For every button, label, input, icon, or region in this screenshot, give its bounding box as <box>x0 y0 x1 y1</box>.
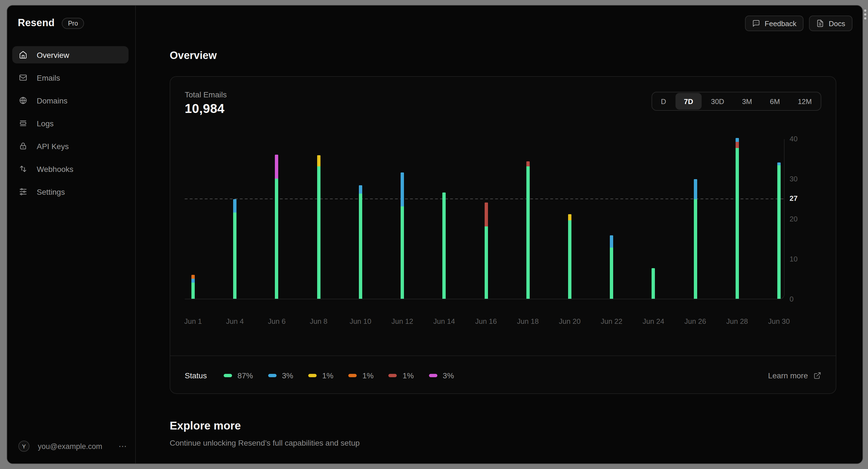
x-axis-label: Jun 4 <box>217 317 253 325</box>
sidebar-nav: OverviewEmailsDomainsLogsAPI KeysWebhook… <box>12 46 128 206</box>
bar-jun-6[interactable] <box>275 155 278 299</box>
x-axis-label: Jun 22 <box>594 317 629 325</box>
bar-segment-blue <box>359 186 362 194</box>
sidebar-item-label: Emails <box>37 73 60 82</box>
legend-percent: 87% <box>237 371 253 380</box>
learn-more-link[interactable]: Learn more <box>768 371 821 380</box>
bar-segment-green <box>484 227 488 299</box>
bar-segment-green <box>693 199 697 299</box>
sidebar-item-api-keys[interactable]: API Keys <box>12 137 128 155</box>
user-menu-ellipsis-icon[interactable]: ⋯ <box>119 441 127 451</box>
x-axis-label: Jun 26 <box>677 317 713 325</box>
range-option-3m[interactable]: 3M <box>733 92 761 110</box>
legend-percent: 3% <box>282 371 293 380</box>
bar-segment-green <box>233 213 237 299</box>
legend-percent: 3% <box>443 371 454 380</box>
x-axis-label: Jun 18 <box>510 317 546 325</box>
x-axis-label: Jun 6 <box>259 317 294 325</box>
bar-jun-12[interactable] <box>401 173 404 299</box>
bar-jun-24[interactable] <box>652 269 655 299</box>
sliders-icon <box>19 187 27 196</box>
legend-percent: 1% <box>362 371 373 380</box>
x-axis-label: Jun 16 <box>468 317 504 325</box>
bar-segment-green <box>401 207 404 299</box>
sidebar-item-emails[interactable]: Emails <box>12 69 128 86</box>
bar-segment-green <box>777 165 781 299</box>
bar-jun-28[interactable] <box>736 138 739 299</box>
bar-jun-26[interactable] <box>693 179 697 299</box>
legend-item-orange: 1% <box>348 371 373 380</box>
bar-jun-16[interactable] <box>484 202 488 299</box>
sidebar-item-overview[interactable]: Overview <box>12 46 128 63</box>
bar-segment-blue <box>191 279 195 283</box>
sidebar-item-logs[interactable]: Logs <box>12 115 128 132</box>
metric-value: 10,984 <box>185 101 224 116</box>
document-icon <box>816 20 824 27</box>
status-row: Status 87%3%1%1%1%3% Learn more <box>170 355 836 395</box>
bar-segment-green <box>736 148 739 299</box>
bar-segment-red <box>484 202 488 226</box>
sidebar-item-label: Domains <box>37 96 68 105</box>
bar-segment-green <box>191 283 195 299</box>
legend-swatch-orange <box>348 374 356 377</box>
bar-segment-green <box>568 220 571 299</box>
sidebar-item-label: Webhooks <box>37 164 73 173</box>
bar-segment-yellow <box>568 214 571 220</box>
x-axis-label: Jun 20 <box>552 317 588 325</box>
range-option-6m[interactable]: 6M <box>761 92 789 110</box>
bar-jun-20[interactable] <box>568 214 571 299</box>
docs-button[interactable]: Docs <box>809 15 852 31</box>
range-option-d[interactable]: D <box>652 92 675 110</box>
sidebar-footer: Y you@example.com ⋯ <box>18 441 127 452</box>
scrollbar[interactable] <box>864 9 866 20</box>
range-option-7d[interactable]: 7D <box>676 93 701 110</box>
bar-segment-blue <box>233 199 237 213</box>
user-email: you@example.com <box>38 442 119 450</box>
sidebar-item-label: API Keys <box>37 142 69 151</box>
topbar: Feedback Docs <box>745 15 852 31</box>
main-content: Feedback Docs Overview Total Emails 10,9… <box>136 6 862 463</box>
legend-item-yellow: 1% <box>308 371 333 380</box>
avatar[interactable]: Y <box>18 441 30 452</box>
sidebar-item-label: Logs <box>37 119 54 128</box>
legend-swatch-magenta <box>429 374 437 377</box>
bar-segment-green <box>652 269 655 299</box>
bar-jun-8[interactable] <box>317 156 320 299</box>
range-option-12m[interactable]: 12M <box>789 92 821 110</box>
sidebar-item-webhooks[interactable]: Webhooks <box>12 160 128 178</box>
feedback-button[interactable]: Feedback <box>745 15 804 31</box>
pro-badge: Pro <box>62 18 84 29</box>
legend-swatch-yellow <box>308 374 317 377</box>
bar-jun-1[interactable] <box>191 275 195 299</box>
bar-segment-red <box>526 161 529 167</box>
bar-jun-30[interactable] <box>777 162 781 299</box>
page-title: Overview <box>170 50 217 62</box>
sidebar: Resend Pro OverviewEmailsDomainsLogsAPI … <box>7 6 136 463</box>
sidebar-item-domains[interactable]: Domains <box>12 92 128 109</box>
legend-swatch-red <box>389 374 397 377</box>
x-axis-label: Jun 10 <box>343 317 378 325</box>
sidebar-item-settings[interactable]: Settings <box>12 183 128 200</box>
globe-icon <box>19 96 27 104</box>
time-range-selector: D7D30D3M6M12M <box>651 92 821 111</box>
range-option-30d[interactable]: 30D <box>702 92 733 110</box>
bar-segment-blue <box>610 235 613 248</box>
x-axis-label: Jun 24 <box>636 317 671 325</box>
learn-more-label: Learn more <box>768 371 808 380</box>
bar-jun-22[interactable] <box>610 235 613 299</box>
bar-segment-blue <box>401 173 404 207</box>
x-axis-label: Jun 28 <box>719 317 755 325</box>
reference-line-label: 27 <box>789 194 812 204</box>
status-legend: Status 87%3%1%1%1%3% <box>185 371 454 380</box>
logs-icon <box>19 119 27 127</box>
bar-jun-10[interactable] <box>359 186 362 299</box>
bar-segment-blue <box>693 179 697 199</box>
bar-jun-4[interactable] <box>233 199 237 299</box>
external-link-icon <box>813 371 821 379</box>
bar-jun-14[interactable] <box>443 192 446 299</box>
y-axis-tick: 10 <box>789 254 812 264</box>
x-axis-label: Jun 1 <box>175 317 211 325</box>
logo-row: Resend Pro <box>18 17 84 29</box>
y-axis-tick: 30 <box>789 174 812 184</box>
bar-jun-18[interactable] <box>526 161 529 299</box>
